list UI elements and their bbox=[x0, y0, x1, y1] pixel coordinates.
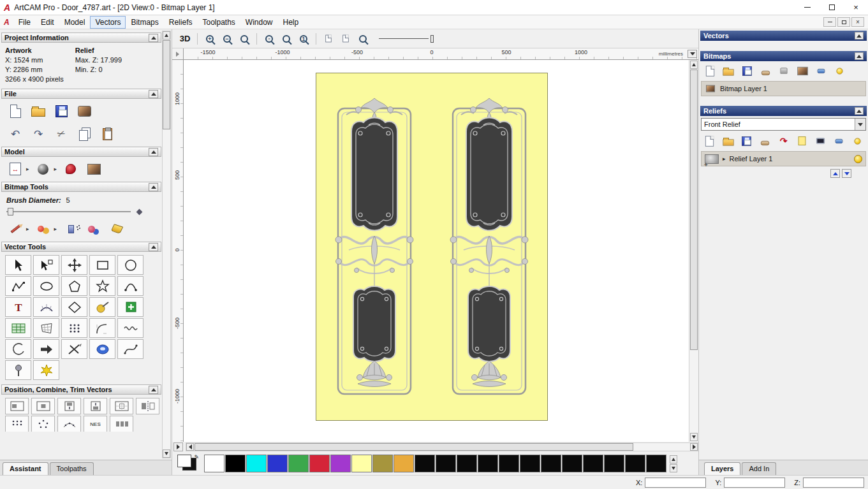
menu-file[interactable]: File bbox=[13, 16, 36, 29]
open-bitmap-icon[interactable] bbox=[721, 64, 735, 78]
ruler-units-dropdown[interactable] bbox=[688, 50, 697, 58]
palette-swatch-0[interactable] bbox=[204, 455, 224, 472]
pin-icon[interactable] bbox=[5, 360, 31, 380]
canvas-horizontal-scrollbar[interactable] bbox=[186, 442, 698, 451]
palette-up-button[interactable] bbox=[670, 455, 677, 463]
menu-edit[interactable]: Edit bbox=[36, 16, 59, 29]
door-artwork[interactable] bbox=[316, 73, 548, 421]
eraser-icon[interactable] bbox=[814, 64, 828, 78]
set-model-size-icon[interactable]: ↔ bbox=[6, 161, 24, 177]
collapse-project-information-button[interactable] bbox=[149, 34, 158, 42]
copy-icon[interactable] bbox=[75, 126, 93, 142]
node-editing-icon[interactable] bbox=[33, 255, 59, 275]
collapse-vectors-button[interactable] bbox=[855, 32, 864, 40]
collapse-vector-tools-button[interactable] bbox=[149, 243, 158, 251]
paint-selective-icon[interactable] bbox=[34, 221, 52, 237]
pan-button[interactable] bbox=[173, 442, 183, 451]
scrollbar-thumb[interactable] bbox=[195, 443, 633, 451]
collapse-bitmaps-button[interactable] bbox=[855, 52, 864, 60]
stamp-icon[interactable] bbox=[777, 64, 791, 78]
lighting-icon[interactable] bbox=[34, 161, 52, 177]
paste-icon[interactable] bbox=[98, 126, 116, 142]
zoom-object-button[interactable] bbox=[279, 31, 294, 46]
cut-icon[interactable]: ✂ bbox=[52, 126, 70, 142]
menu-vectors[interactable]: Vectors bbox=[90, 16, 126, 29]
bitmap-layer-row[interactable]: Bitmap Layer 1 bbox=[701, 81, 866, 96]
tab-addin[interactable]: Add In bbox=[742, 462, 776, 475]
new-bitmap-layer-icon[interactable] bbox=[703, 64, 717, 78]
create-text-icon[interactable]: T bbox=[5, 297, 31, 317]
flyout-arrow-icon[interactable]: ▸ bbox=[54, 226, 57, 232]
block-copy-icon[interactable] bbox=[61, 318, 87, 338]
fillet-icon[interactable] bbox=[89, 318, 115, 338]
save-bitmap-icon[interactable] bbox=[740, 64, 754, 78]
palette-swatch-4[interactable] bbox=[288, 455, 309, 472]
palette-swatch-15[interactable] bbox=[520, 455, 540, 472]
export-model-icon[interactable] bbox=[75, 103, 93, 119]
save-relief-icon[interactable] bbox=[740, 134, 754, 148]
draw-icon[interactable] bbox=[6, 221, 24, 237]
menu-bitmaps[interactable]: Bitmaps bbox=[126, 16, 163, 29]
create-star-icon[interactable] bbox=[89, 276, 115, 296]
collapse-bitmap-tools-button[interactable] bbox=[149, 183, 158, 191]
scroll-up-button[interactable] bbox=[690, 61, 698, 69]
assistant-scrollbar[interactable] bbox=[162, 31, 171, 458]
flyout-arrow-icon[interactable]: ▸ bbox=[26, 166, 29, 172]
new-model-icon[interactable] bbox=[6, 103, 24, 119]
eraser-icon[interactable] bbox=[832, 134, 846, 148]
zoom-in-button[interactable]: + bbox=[202, 31, 217, 46]
block-copy-icon[interactable] bbox=[5, 416, 29, 432]
collapse-file-button[interactable] bbox=[149, 90, 158, 98]
envelope-distort-icon[interactable] bbox=[33, 318, 59, 338]
create-polyline-icon[interactable] bbox=[5, 276, 31, 296]
status-z-value[interactable] bbox=[803, 478, 864, 488]
spray-icon[interactable] bbox=[62, 221, 80, 237]
palette-swatch-20[interactable] bbox=[625, 455, 645, 472]
notes-icon[interactable] bbox=[62, 161, 80, 177]
menu-reliefs[interactable]: Reliefs bbox=[164, 16, 198, 29]
bulb-icon[interactable] bbox=[850, 134, 864, 148]
open-relief-icon[interactable] bbox=[721, 134, 735, 148]
scroll-up-button[interactable] bbox=[163, 31, 170, 40]
create-doughnut-icon[interactable] bbox=[89, 339, 115, 359]
roller-icon[interactable] bbox=[758, 134, 772, 148]
nesting-icon[interactable]: NES bbox=[84, 416, 107, 432]
create-ellipse-icon[interactable] bbox=[33, 276, 59, 296]
spacing-icon[interactable] bbox=[110, 416, 133, 432]
dropdown-arrow-icon[interactable] bbox=[855, 119, 865, 130]
texture-icon[interactable] bbox=[85, 221, 103, 237]
palette-swatch-2[interactable] bbox=[246, 455, 267, 472]
view-page-1-button[interactable] bbox=[321, 31, 336, 46]
palette-swatch-9[interactable] bbox=[394, 455, 414, 472]
align-bottom-icon[interactable] bbox=[84, 398, 107, 414]
save-model-icon[interactable] bbox=[52, 103, 70, 119]
palette-swatch-16[interactable] bbox=[541, 455, 561, 472]
scroll-down-button[interactable] bbox=[690, 433, 698, 441]
align-top-icon[interactable] bbox=[57, 398, 81, 414]
palette-swatch-8[interactable] bbox=[372, 455, 393, 472]
expand-caret-icon[interactable]: ▸ bbox=[723, 156, 726, 162]
move-layer-down-button[interactable] bbox=[842, 169, 851, 178]
palette-swatch-12[interactable] bbox=[457, 455, 477, 472]
picture-icon[interactable] bbox=[795, 64, 809, 78]
3d-view-button[interactable]: 3D bbox=[177, 31, 193, 46]
zoom-previous-button[interactable] bbox=[237, 31, 252, 46]
flood-fill-icon[interactable] bbox=[108, 221, 126, 237]
canvas-vertical-scrollbar[interactable] bbox=[689, 60, 698, 442]
flyout-arrow-icon[interactable]: ▸ bbox=[26, 226, 29, 232]
tab-assistant[interactable]: Assistant bbox=[3, 462, 48, 475]
create-circle-icon[interactable] bbox=[117, 255, 143, 275]
scrollbar-thumb[interactable] bbox=[690, 69, 698, 350]
align-centre-icon[interactable] bbox=[31, 398, 55, 414]
yellow-page-icon[interactable] bbox=[795, 134, 809, 148]
menu-help[interactable]: Help bbox=[278, 16, 304, 29]
status-x-value[interactable] bbox=[645, 478, 706, 488]
align-left-icon[interactable] bbox=[5, 398, 29, 414]
scroll-right-button[interactable] bbox=[690, 443, 698, 451]
fit-wave-icon[interactable] bbox=[117, 318, 143, 338]
palette-swatch-14[interactable] bbox=[499, 455, 519, 472]
measure-icon[interactable] bbox=[89, 297, 115, 317]
undo-icon[interactable]: ↶ bbox=[6, 126, 24, 142]
paste-special-icon[interactable] bbox=[117, 297, 143, 317]
visibility-bulb-icon[interactable] bbox=[854, 155, 862, 163]
